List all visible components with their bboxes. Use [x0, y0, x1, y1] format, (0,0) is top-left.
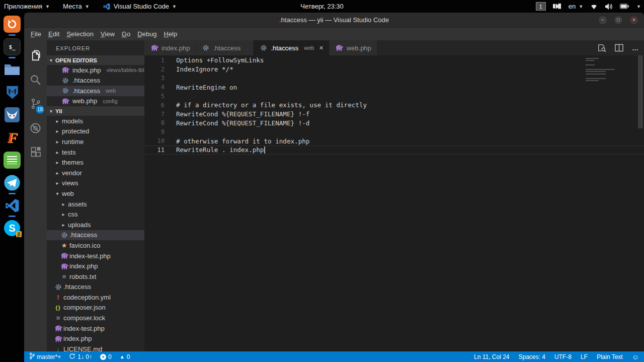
tree-item[interactable]: assets — [47, 199, 144, 209]
keyboard-layout-menu[interactable]: en ▼ — [569, 3, 583, 10]
tree-item[interactable]: uploads — [47, 220, 144, 230]
telegram-icon[interactable] — [0, 174, 24, 196]
code-line: 1Options +FollowSymLinks — [144, 56, 644, 65]
volume-icon[interactable] — [605, 3, 613, 10]
wifi-icon[interactable] — [590, 4, 598, 10]
editor-scrollbar[interactable] — [638, 55, 643, 128]
places-menu[interactable]: Места ▼ — [63, 3, 90, 10]
editor-tab[interactable]: .htaccessweb× — [254, 40, 329, 55]
file-manager-icon[interactable] — [0, 60, 24, 83]
close-button[interactable]: × — [630, 16, 638, 24]
explorer-sidebar: EXPLORER ▾ OPEN EDITORS index.phpviews/t… — [47, 40, 144, 351]
tree-item[interactable]: {}composer.json — [47, 303, 144, 313]
editor-tab[interactable]: .htaccess. — [196, 40, 254, 55]
source-control-icon[interactable]: 18 — [24, 93, 47, 117]
open-editor-item[interactable]: .htaccessweb — [47, 86, 144, 96]
clock[interactable]: Четверг, 23:30 — [300, 0, 344, 13]
flash-app-icon[interactable]: F — [0, 128, 24, 151]
encoding-setting[interactable]: UTF-8 — [554, 353, 572, 360]
applications-menu-label: Приложения — [4, 3, 42, 10]
menu-item[interactable]: View — [97, 29, 118, 39]
twistie-icon — [60, 201, 67, 207]
more-actions-icon[interactable]: … — [632, 44, 639, 52]
twistie-icon — [54, 139, 61, 144]
tree-item[interactable]: models — [47, 116, 144, 126]
applications-menu[interactable]: Приложения ▼ — [4, 3, 50, 10]
tree-item[interactable]: .htaccess — [47, 230, 144, 241]
editor-tab[interactable]: web.php — [330, 40, 377, 55]
workspace-indicator[interactable]: 1 — [536, 2, 546, 11]
tree-item[interactable]: ★favicon.ico — [47, 240, 144, 251]
eol-setting[interactable]: LF — [581, 353, 588, 360]
bull-app-icon[interactable] — [0, 106, 24, 128]
tree-item[interactable]: index-test.php — [47, 251, 144, 261]
tree-item[interactable]: ≡robots.txt — [47, 271, 144, 282]
menu-item[interactable]: Debug — [134, 29, 160, 39]
vscode-dock-icon[interactable] — [0, 196, 24, 219]
menu-item[interactable]: Edit — [45, 29, 63, 39]
open-editor-item[interactable]: index.phpviews/tables-tbl — [47, 65, 144, 76]
tree-item[interactable]: .htaccess — [47, 282, 144, 293]
tree-item[interactable]: vendor — [47, 168, 144, 178]
tree-item[interactable]: protected — [47, 126, 144, 137]
minimize-button[interactable]: − — [599, 16, 607, 24]
tree-item[interactable]: runtime — [47, 136, 144, 147]
desktop: Приложения ▼ Места ▼ Visual Studio Code … — [0, 0, 644, 362]
chevron-down-icon: ▼ — [45, 4, 50, 9]
cursor-position[interactable]: Ln 11, Col 24 — [474, 353, 510, 360]
git-sync-status[interactable]: 1↓ 0↑ — [69, 353, 92, 361]
indentation-setting[interactable]: Spaces: 4 — [519, 353, 545, 360]
minimap[interactable] — [586, 58, 621, 82]
code-editor[interactable]: 1Options +FollowSymLinks 2IndexIgnore */… — [144, 55, 644, 351]
open-editor-item[interactable]: web.phpconfig — [47, 96, 144, 107]
line-number: 7 — [146, 111, 165, 118]
tree-item[interactable]: themes — [47, 157, 144, 168]
open-editor-item[interactable]: .htaccess — [47, 76, 144, 86]
window-title-bar[interactable]: .htaccess — yii — Visual Studio Code − □… — [24, 13, 644, 28]
tree-item[interactable]: web — [47, 188, 144, 199]
workspace-root-header[interactable]: ▾ YII — [47, 106, 144, 116]
screen-recorder-icon[interactable] — [553, 3, 561, 10]
orange-browser-icon[interactable] — [0, 15, 24, 38]
line-number: 4 — [146, 84, 165, 91]
running-indicator — [9, 170, 16, 172]
explorer-icon[interactable] — [24, 44, 47, 68]
chevron-down-icon[interactable]: ▼ — [636, 4, 641, 9]
tree-item[interactable]: views — [47, 178, 144, 189]
tab-close-icon[interactable]: × — [319, 44, 323, 51]
open-editors-header[interactable]: ▾ OPEN EDITORS — [47, 55, 144, 65]
extensions-icon[interactable] — [24, 141, 47, 165]
tree-item[interactable]: tests — [47, 147, 144, 158]
search-icon[interactable] — [24, 68, 47, 93]
tree-item[interactable]: index.php — [47, 333, 144, 344]
menu-item[interactable]: Go — [118, 29, 134, 39]
chevron-down-icon: ▼ — [172, 4, 177, 9]
open-editors-list: index.phpviews/tables-tbl .htaccess .hta… — [47, 65, 144, 106]
menu-item[interactable]: Selection — [63, 29, 97, 39]
tree-item[interactable]: index.php — [47, 261, 144, 271]
metasploit-icon[interactable] — [0, 83, 24, 106]
tree-item[interactable]: ↓LICENSE.md — [47, 344, 144, 351]
code-line: 10# otherwise forward it to index.php — [144, 136, 644, 146]
split-editor-icon[interactable] — [615, 44, 623, 52]
tree-item[interactable]: ≡composer.lock — [47, 313, 144, 323]
tree-item[interactable]: css — [47, 209, 144, 220]
menu-item[interactable]: File — [27, 29, 45, 39]
open-preview-icon[interactable] — [597, 44, 606, 52]
menu-item[interactable]: Help — [160, 29, 181, 39]
feedback-icon[interactable]: ☺ — [632, 353, 639, 361]
problems-errors[interactable]: × 0 — [100, 353, 112, 360]
active-app-menu[interactable]: Visual Studio Code ▼ — [103, 3, 177, 11]
tree-item[interactable]: !codeception.yml — [47, 292, 144, 303]
notes-icon[interactable] — [0, 151, 24, 174]
git-branch-status[interactable]: master*+ — [29, 352, 61, 361]
editor-tab[interactable]: index.php — [144, 40, 196, 55]
debug-icon[interactable] — [24, 117, 47, 141]
tree-item[interactable]: index-test.php — [47, 323, 144, 334]
maximize-button[interactable]: □ — [614, 16, 622, 24]
terminal-icon[interactable]: $_ — [0, 38, 24, 60]
problems-warnings[interactable]: ▲ 0 — [120, 353, 130, 360]
battery-icon[interactable] — [620, 4, 629, 9]
skype-icon[interactable]: Sβ — [0, 219, 24, 242]
language-mode[interactable]: Plain Text — [597, 353, 623, 360]
